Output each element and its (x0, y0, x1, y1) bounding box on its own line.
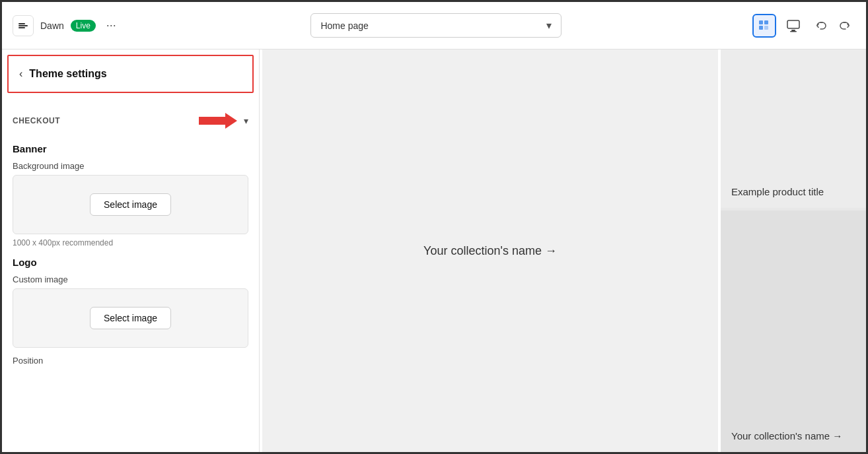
position-label: Position (13, 356, 248, 366)
canvas-right-panel: Example product title Your collection's … (721, 49, 866, 452)
page-selector[interactable]: Home page ▾ (310, 13, 561, 38)
topbar: Dawn Live ··· Home page ▾ (2, 2, 866, 49)
svg-rect-6 (764, 26, 768, 30)
background-image-label: Background image (13, 161, 248, 171)
checkout-controls: ▾ (199, 112, 248, 130)
checkout-section: CHECKOUT ▾ Banner Background i (2, 98, 259, 373)
image-size-hint: 1000 x 400px recommended (13, 238, 248, 247)
back-chevron-icon: ‹ (19, 68, 22, 80)
desktop-view-button[interactable] (781, 14, 805, 38)
checkout-label: CHECKOUT (13, 116, 60, 125)
select-logo-image-button[interactable]: Select image (90, 307, 171, 329)
svg-marker-10 (199, 113, 237, 129)
more-options-button[interactable]: ··· (102, 16, 120, 35)
theme-settings-title: Theme settings (29, 68, 106, 80)
logo-section: Logo Custom image Select image (13, 257, 248, 348)
logo-image-upload-box: Select image (13, 288, 248, 348)
red-arrow-annotation (199, 112, 238, 130)
topbar-left: Dawn Live ··· (13, 15, 120, 36)
svg-rect-3 (759, 20, 763, 24)
undo-button[interactable] (811, 15, 832, 36)
cursor-tool-button[interactable] (752, 14, 776, 38)
topbar-center: Home page ▾ (128, 13, 744, 38)
checkout-header[interactable]: CHECKOUT ▾ (13, 106, 248, 135)
collection-card: Your collection's name → (721, 211, 866, 452)
canvas-main: Your collection's name → (260, 49, 721, 452)
product-card: Example product title (721, 49, 866, 208)
redo-button[interactable] (834, 15, 855, 36)
collection-name-text: Your collection's name → (423, 244, 557, 258)
svg-rect-5 (759, 26, 763, 30)
collection-card-text: Your collection's name → (731, 430, 855, 441)
page-selector-text: Home page (320, 20, 368, 31)
svg-rect-7 (787, 20, 799, 28)
custom-image-label: Custom image (13, 275, 248, 284)
background-image-upload-box: Select image (13, 175, 248, 234)
svg-rect-1 (18, 25, 28, 26)
theme-settings-back[interactable]: ‹ Theme settings (7, 55, 254, 93)
svg-rect-0 (18, 23, 25, 24)
svg-rect-9 (790, 31, 797, 32)
svg-rect-2 (18, 27, 25, 28)
live-badge: Live (71, 20, 96, 32)
back-button[interactable] (13, 15, 34, 36)
logo-label: Logo (13, 257, 248, 268)
topbar-right (752, 14, 855, 38)
svg-rect-8 (791, 30, 795, 31)
theme-name: Dawn (40, 20, 64, 31)
checkout-dropdown-chevron-icon: ▾ (244, 115, 248, 126)
select-background-image-button[interactable]: Select image (90, 193, 171, 216)
canvas-area: Your collection's name → Example product… (260, 49, 866, 452)
undo-redo-group (811, 15, 855, 36)
page-selector-chevron-icon: ▾ (546, 19, 552, 32)
banner-label: Banner (13, 143, 248, 154)
product-title: Example product title (731, 186, 855, 197)
svg-rect-4 (764, 20, 768, 24)
sidebar-scroll[interactable]: ‹ Theme settings CHECKOUT (2, 49, 259, 452)
main-content: ‹ Theme settings CHECKOUT (2, 49, 866, 452)
sidebar: ‹ Theme settings CHECKOUT (2, 49, 260, 452)
